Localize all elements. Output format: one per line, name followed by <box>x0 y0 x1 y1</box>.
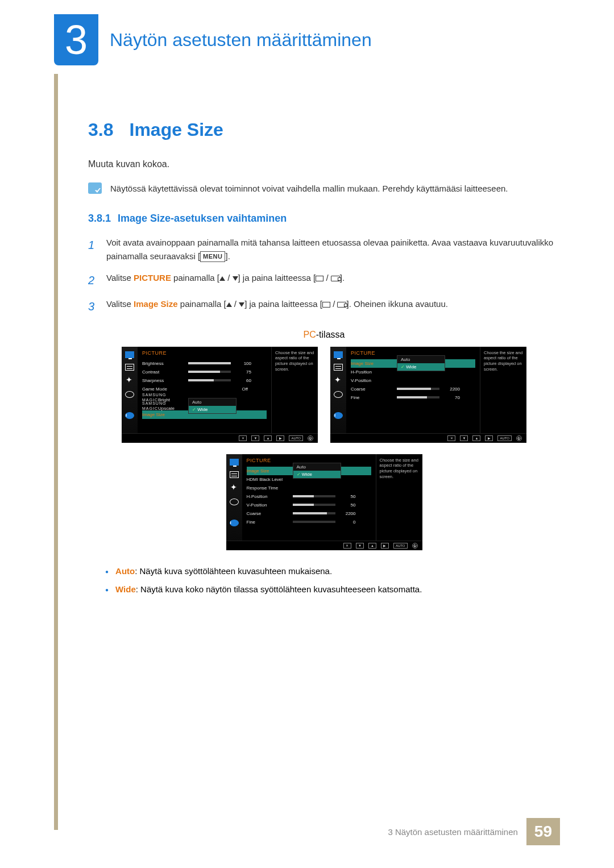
gear-icon <box>230 499 239 505</box>
button-icon-2 <box>331 276 340 281</box>
section-intro: Muuta kuvan kokoa. <box>88 157 560 171</box>
osd-item: Fine70 <box>351 393 475 402</box>
osd-dropdown[interactable]: AutoWide <box>397 355 445 371</box>
osd-footer: ✕▼▲▶ AUTO⏻ <box>122 433 318 443</box>
sidebar-stripe <box>54 74 58 830</box>
osd-item: Image SizeAutoWide <box>351 359 475 368</box>
footer-text: 3 Näytön asetusten määrittäminen <box>388 827 526 837</box>
down-arrow-icon <box>239 302 244 307</box>
page-header: 3 Näytön asetusten määrittäminen <box>54 0 560 65</box>
bullet-auto: ●Auto: Näytä kuva syöttölähteen kuvasuht… <box>105 564 560 578</box>
osd-dropdown[interactable]: AutoWide <box>293 463 341 479</box>
osd-panel-3: i PICTUREImage SizeAutoWideHDMI Black Le… <box>226 454 422 550</box>
info-text: Näytössä käytettävissä olevat toiminnot … <box>110 182 508 196</box>
info-note: Näytössä käytettävissä olevat toiminnot … <box>88 182 560 196</box>
osd-item: SAMSUNGMAGICUpscaleAutoWide <box>142 402 267 410</box>
button-icon-2 <box>337 302 346 308</box>
osd-item: V-Position50 <box>247 501 371 509</box>
menu-button-label: MENU <box>200 251 225 263</box>
up-arrow-icon <box>226 302 232 307</box>
section-heading: 3.8Image Size <box>88 119 560 140</box>
bullet-wide: ●Wide: Näytä kuva koko näytön tilassa sy… <box>105 583 560 596</box>
osd-panel-2: i PICTUREImage SizeAutoWideH-PositionV-P… <box>330 347 526 443</box>
info-circle-icon: i <box>230 520 239 526</box>
osd-item: Coarse2200 <box>351 385 475 393</box>
osd-item: Contrast75 <box>142 368 267 376</box>
info-icon <box>88 182 102 194</box>
osd-item: Image SizeAutoWide <box>247 467 371 475</box>
monitor-icon <box>125 351 134 358</box>
osd-panel-1: i PICTUREBrightness100Contrast75Sharpnes… <box>122 347 318 443</box>
gear-icon <box>334 391 343 398</box>
step-3: 3 Valitse Image Size painamalla [ / ] ja… <box>88 297 560 315</box>
list-icon <box>125 364 134 371</box>
down-arrow-icon <box>233 276 238 281</box>
button-icon <box>316 276 323 281</box>
gear-icon <box>125 391 134 398</box>
page-footer: 3 Näytön asetusten määrittäminen 59 <box>388 818 560 845</box>
monitor-icon <box>334 351 343 358</box>
list-icon <box>334 364 343 371</box>
up-arrow-icon <box>219 276 225 281</box>
chapter-number: 3 <box>54 14 98 65</box>
osd-item: Brightness100 <box>142 359 267 368</box>
osd-footer: ✕▼▲▶ AUTO⏻ <box>330 433 526 443</box>
osd-dropdown[interactable]: AutoWide <box>188 398 237 414</box>
osd-item: Coarse2200 <box>247 509 371 518</box>
mode-label: PC-tilassa <box>88 330 560 340</box>
step-1: 1 Voit avata avainoppaan painamalla mitä… <box>88 236 560 263</box>
info-circle-icon: i <box>334 412 343 419</box>
page-number: 59 <box>526 818 560 845</box>
chapter-title: Näytön asetusten määrittäminen <box>110 30 372 51</box>
osd-item: Response Time <box>247 484 371 492</box>
step-2: 2 Valitse PICTURE painamalla [ / ] ja pa… <box>88 271 560 289</box>
arrows-icon <box>334 376 343 385</box>
button-icon <box>322 302 330 308</box>
osd-item: H-Position50 <box>247 492 371 501</box>
osd-item: Fine0 <box>247 518 371 526</box>
list-icon <box>230 471 239 478</box>
osd-item: V-Position <box>351 376 475 385</box>
arrows-icon <box>125 376 134 385</box>
info-circle-icon: i <box>125 412 134 419</box>
steps-list: 1 Voit avata avainoppaan painamalla mitä… <box>88 236 560 315</box>
osd-footer: ✕▼▲▶ AUTO⏻ <box>226 541 422 550</box>
osd-item: Sharpness60 <box>142 376 267 385</box>
monitor-icon <box>230 459 239 466</box>
bullet-list: ●Auto: Näytä kuva syöttölähteen kuvasuht… <box>88 564 560 596</box>
arrows-icon <box>230 484 239 493</box>
subsection-heading: 3.8.1Image Size-asetuksen vaihtaminen <box>88 213 560 225</box>
